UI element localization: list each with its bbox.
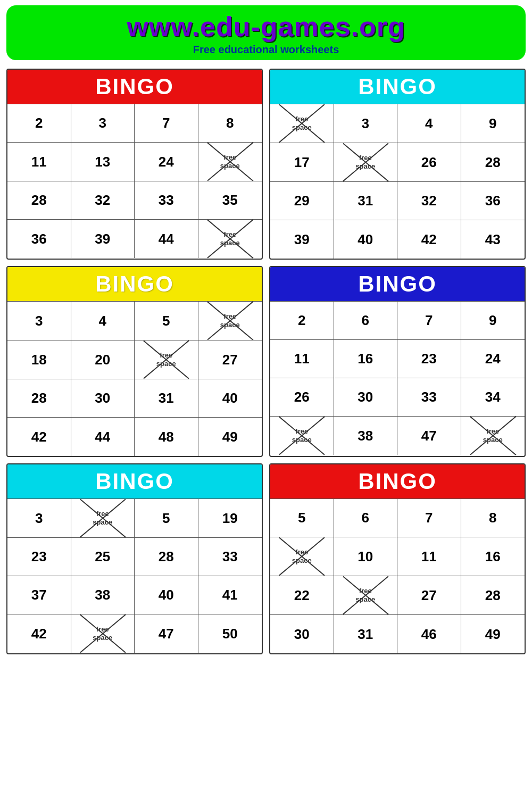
- cell-3-3-1: 44: [71, 418, 135, 456]
- cell-6-0-2: 7: [397, 499, 461, 537]
- cell-3-3-0: 42: [7, 418, 71, 456]
- cell-5-0-3: 19: [198, 499, 262, 538]
- cell-2-1-2: 26: [397, 143, 461, 182]
- cell-1-0-0: 2: [7, 104, 71, 143]
- cell-3-0-0: 3: [7, 302, 71, 340]
- bingo-header-2: BINGO: [270, 70, 525, 104]
- cell-4-2-2: 33: [397, 378, 461, 417]
- cell-1-2-0: 28: [7, 181, 71, 220]
- cell-3-0-3: free space: [198, 302, 262, 340]
- cell-4-1-0: 11: [270, 340, 334, 378]
- cell-6-2-0: 22: [270, 576, 334, 615]
- cell-2-0-3: 9: [461, 104, 525, 143]
- bingo-grid-2: free space34917free space262829313236394…: [270, 104, 525, 259]
- cards-container: BINGO2378111324free space28323335363944f…: [0, 64, 532, 661]
- cell-2-3-0: 39: [270, 220, 334, 259]
- cell-5-3-1: free space: [71, 614, 135, 653]
- cell-1-0-3: 8: [198, 104, 262, 143]
- cell-1-2-3: 35: [198, 181, 262, 220]
- bingo-card-6: BINGO5678free space10111622free space272…: [269, 463, 526, 654]
- cell-3-1-2: free space: [135, 340, 198, 379]
- cell-3-1-1: 20: [71, 340, 135, 379]
- cell-4-2-3: 34: [461, 378, 525, 417]
- cell-6-0-0: 5: [270, 499, 334, 537]
- cell-2-0-1: 3: [334, 104, 398, 143]
- cell-4-1-1: 16: [334, 340, 398, 378]
- cell-4-0-0: 2: [270, 302, 334, 340]
- cell-5-3-2: 47: [135, 614, 198, 653]
- cell-6-1-2: 11: [397, 537, 461, 576]
- cell-1-0-1: 3: [71, 104, 135, 143]
- header-title: www.edu-games.org: [12, 11, 520, 43]
- cell-6-1-3: 16: [461, 537, 525, 576]
- cell-2-1-1: free space: [334, 143, 398, 182]
- cell-2-1-0: 17: [270, 143, 334, 182]
- cell-4-3-2: 47: [397, 417, 461, 455]
- cell-1-1-3: free space: [198, 143, 262, 181]
- cell-5-1-1: 25: [71, 538, 135, 576]
- cell-3-3-3: 49: [198, 418, 262, 456]
- cell-3-1-0: 18: [7, 340, 71, 379]
- cell-5-2-1: 38: [71, 576, 135, 614]
- cell-4-3-3: free space: [461, 417, 525, 455]
- cell-5-2-2: 40: [135, 576, 198, 614]
- cell-1-0-2: 7: [135, 104, 198, 143]
- cell-1-3-2: 44: [135, 220, 198, 258]
- cell-5-3-3: 50: [198, 614, 262, 653]
- cell-3-0-1: 4: [71, 302, 135, 340]
- cell-4-3-0: free space: [270, 417, 334, 455]
- cell-6-2-3: 28: [461, 576, 525, 615]
- cell-5-1-3: 33: [198, 538, 262, 576]
- bingo-grid-1: 2378111324free space28323335363944free s…: [7, 104, 262, 258]
- bingo-grid-3: 345free space1820free space2728303140424…: [7, 301, 262, 456]
- cell-1-1-0: 11: [7, 143, 71, 181]
- cell-3-2-2: 31: [135, 379, 198, 418]
- cell-6-1-1: 10: [334, 537, 398, 576]
- cell-3-2-3: 40: [198, 379, 262, 418]
- cell-3-3-2: 48: [135, 418, 198, 456]
- cell-6-1-0: free space: [270, 537, 334, 576]
- bingo-header-4: BINGO: [270, 267, 525, 301]
- header-subtitle: Free educational worksheets: [12, 44, 520, 56]
- cell-5-0-0: 3: [7, 499, 71, 538]
- cell-2-0-0: free space: [270, 104, 334, 143]
- cell-5-1-0: 23: [7, 538, 71, 576]
- cell-4-1-2: 23: [397, 340, 461, 378]
- cell-2-2-0: 29: [270, 182, 334, 220]
- cell-1-1-1: 13: [71, 143, 135, 181]
- cell-5-0-2: 5: [135, 499, 198, 538]
- cell-5-3-0: 42: [7, 614, 71, 653]
- cell-1-3-1: 39: [71, 220, 135, 258]
- bingo-header-6: BINGO: [270, 464, 525, 498]
- cell-1-3-3: free space: [198, 220, 262, 258]
- cell-5-1-2: 28: [135, 538, 198, 576]
- cell-6-3-0: 30: [270, 615, 334, 653]
- bingo-card-1: BINGO2378111324free space28323335363944f…: [6, 69, 263, 260]
- header: www.edu-games.org Free educational works…: [6, 5, 526, 60]
- cell-2-3-2: 42: [397, 220, 461, 259]
- cell-1-2-1: 32: [71, 181, 135, 220]
- bingo-card-3: BINGO345free space1820free space27283031…: [6, 266, 263, 457]
- cell-6-2-2: 27: [397, 576, 461, 615]
- cell-6-3-1: 31: [334, 615, 398, 653]
- cell-4-3-1: 38: [334, 417, 398, 455]
- cell-3-2-0: 28: [7, 379, 71, 418]
- cell-4-2-0: 26: [270, 378, 334, 417]
- cell-6-0-3: 8: [461, 499, 525, 537]
- cell-4-0-1: 6: [334, 302, 398, 340]
- cell-6-3-2: 46: [397, 615, 461, 653]
- cell-6-0-1: 6: [334, 499, 398, 537]
- cell-1-2-2: 33: [135, 181, 198, 220]
- cell-2-1-3: 28: [461, 143, 525, 182]
- bingo-header-1: BINGO: [7, 70, 262, 104]
- bingo-header-5: BINGO: [7, 464, 262, 498]
- cell-6-3-3: 49: [461, 615, 525, 653]
- cell-2-2-1: 31: [334, 182, 398, 220]
- cell-2-3-3: 43: [461, 220, 525, 259]
- cell-3-2-1: 30: [71, 379, 135, 418]
- cell-2-3-1: 40: [334, 220, 398, 259]
- cell-4-2-1: 30: [334, 378, 398, 417]
- cell-5-2-0: 37: [7, 576, 71, 614]
- bingo-card-5: BINGO3free space519232528333738404142fre…: [6, 463, 263, 654]
- cell-5-0-1: free space: [71, 499, 135, 538]
